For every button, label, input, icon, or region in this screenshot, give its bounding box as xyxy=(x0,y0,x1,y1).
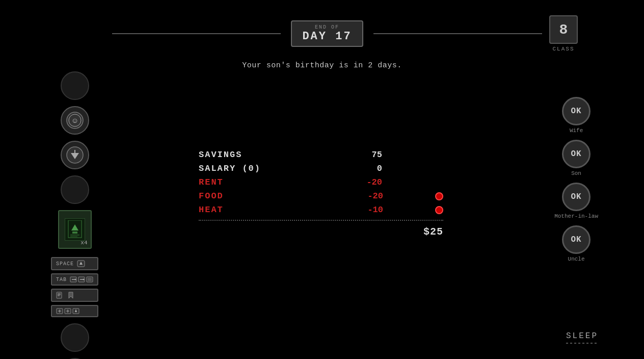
multi-icon xyxy=(56,308,79,314)
heat-row: HEAT -10 xyxy=(199,203,443,217)
finance-panel: SAVINGS 75 SALARY (0) 0 RENT -20 FOOD -2… xyxy=(199,148,443,238)
multi-button[interactable] xyxy=(51,305,98,317)
wife-name: Wife xyxy=(570,127,583,134)
item-icon xyxy=(65,218,85,241)
tab-button[interactable]: TAB xyxy=(51,273,98,286)
down-arrow-icon xyxy=(66,146,84,164)
mother-in-law-ok-button[interactable]: OK xyxy=(562,183,591,211)
day-badge: END OF DAY 17 xyxy=(291,20,363,47)
food-label: FOOD xyxy=(199,191,301,201)
mother-in-law-name: Mother-in-law xyxy=(554,213,598,219)
header-line-left xyxy=(112,33,281,34)
family-wife: OK Wife xyxy=(562,97,591,134)
svg-text:☺: ☺ xyxy=(71,117,78,124)
salary-value: 0 xyxy=(352,164,382,173)
savings-label: SAVINGS xyxy=(199,150,301,160)
avatar-empty-3 xyxy=(61,323,89,352)
son-name: Son xyxy=(571,170,581,176)
finance-divider xyxy=(199,220,443,221)
salary-label: SALARY (0) xyxy=(199,164,301,173)
svg-rect-22 xyxy=(57,292,62,298)
left-sidebar: ☺ x4 SPACE xyxy=(51,71,98,359)
space-button[interactable]: SPACE xyxy=(51,257,98,270)
book-icon xyxy=(56,292,64,299)
heat-alert-dot xyxy=(435,206,443,214)
family-mother-in-law: OK Mother-in-law xyxy=(554,183,598,219)
avatar-arrow[interactable] xyxy=(61,141,89,169)
heat-value: -10 xyxy=(353,205,383,215)
face-icon: ☺ xyxy=(66,111,84,130)
end-of-label: END OF xyxy=(302,24,352,30)
tab-icon xyxy=(70,276,93,283)
svg-marker-26 xyxy=(69,292,73,298)
day-text: DAY 17 xyxy=(302,30,352,43)
total-row: $25 xyxy=(199,224,443,238)
savings-row: SAVINGS 75 xyxy=(199,148,443,162)
savings-value: 75 xyxy=(352,150,382,160)
salary-row: SALARY (0) 0 xyxy=(199,162,443,175)
uncle-ok-button[interactable]: OK xyxy=(562,225,591,254)
avatar-empty-2 xyxy=(61,175,89,204)
rent-label: RENT xyxy=(199,177,301,187)
header-line-right xyxy=(373,33,542,34)
class-badge: 8 CLAsS xyxy=(549,15,578,52)
family-son: OK Son xyxy=(562,140,591,176)
item-card[interactable]: x4 xyxy=(58,210,92,249)
son-ok-button[interactable]: OK xyxy=(562,140,591,168)
class-number: 8 xyxy=(549,15,578,44)
food-row: FOOD -20 xyxy=(199,189,443,203)
keyboard-shortcuts: SPACE TAB xyxy=(51,257,98,317)
heat-label: HEAT xyxy=(199,205,301,215)
svg-rect-21 xyxy=(88,278,92,281)
total-value: $25 xyxy=(423,226,443,238)
sleep-underline xyxy=(566,343,598,344)
uncle-name: Uncle xyxy=(568,256,585,262)
avatar-face[interactable]: ☺ xyxy=(61,106,89,135)
notification-text: Your son's birthday is in 2 days. xyxy=(0,61,644,70)
sleep-button[interactable]: SLEEP xyxy=(566,331,598,344)
rent-row: RENT -20 xyxy=(199,175,443,189)
avatar-empty-1 xyxy=(61,71,89,100)
rent-value: -20 xyxy=(352,177,382,187)
class-label: CLAsS xyxy=(552,46,574,52)
space-icon xyxy=(77,260,85,267)
item-svg xyxy=(67,220,83,239)
item-count: x4 xyxy=(81,240,87,246)
tab-label: TAB xyxy=(56,277,67,283)
family-uncle: OK Uncle xyxy=(562,225,591,262)
food-alert-dot xyxy=(435,192,443,200)
space-label: SPACE xyxy=(56,261,74,267)
svg-rect-8 xyxy=(72,232,77,234)
family-sidebar: OK Wife OK Son OK Mother-in-law OK Uncle xyxy=(554,97,598,262)
food-value: -20 xyxy=(353,191,383,201)
sleep-label: SLEEP xyxy=(566,331,598,341)
bookmark-icon xyxy=(67,292,74,299)
header: END OF DAY 17 xyxy=(0,20,644,47)
wife-ok-button[interactable]: OK xyxy=(562,97,591,125)
bookmark-button[interactable] xyxy=(51,289,98,302)
